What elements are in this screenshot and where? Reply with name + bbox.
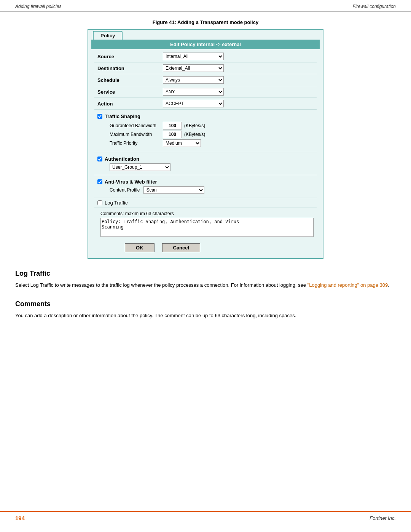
authentication-content: User_Group_1 — [94, 163, 317, 173]
page-content: Figure 41: Adding a Transparent mode pol… — [0, 12, 411, 337]
source-label: Source — [94, 54, 163, 59]
service-select[interactable]: ANY — [163, 88, 224, 96]
log-traffic-heading: Log Traffic — [15, 270, 396, 278]
source-select[interactable]: Internal_All — [163, 53, 224, 60]
guaranteed-bw-input[interactable] — [163, 122, 182, 129]
tab-area: Policy — [88, 30, 323, 40]
traffic-priority-row: Traffic Priority Medium — [110, 139, 317, 147]
dialog-header: Edit Policy internal -> external — [91, 40, 320, 49]
comments-textarea[interactable]: Policy: Traffic Shaping, Authentication,… — [100, 218, 314, 237]
action-control: ACCEPT — [163, 100, 317, 107]
guaranteed-bw-row: Guaranteed Bandwidth (KBytes/s) — [110, 122, 317, 129]
antivirus-content: Content Profile Scan — [94, 186, 317, 195]
max-bw-unit: (KBytes/s) — [184, 132, 205, 137]
max-bw-row: Maximum Bandwidth (KBytes/s) — [110, 131, 317, 138]
schedule-label: Schedule — [94, 77, 163, 83]
action-row: Action ACCEPT — [94, 98, 317, 110]
authentication-checkbox[interactable] — [97, 157, 102, 161]
authentication-header: Authentication — [94, 155, 317, 163]
page-footer: 194 Fortinet Inc. — [0, 511, 411, 524]
action-label: Action — [94, 101, 163, 107]
traffic-shaping-section: Traffic Shaping Guaranteed Bandwidth (KB… — [94, 110, 317, 152]
schedule-row: Schedule Always — [94, 74, 317, 86]
page-number: 194 — [15, 515, 25, 521]
guaranteed-bw-unit: (KBytes/s) — [184, 123, 205, 128]
source-control: Internal_All — [163, 53, 317, 60]
antivirus-checkbox[interactable] — [97, 179, 102, 184]
content-profile-label: Content Profile — [110, 187, 140, 193]
destination-control: External_All — [163, 64, 317, 72]
ok-button[interactable]: OK — [125, 243, 155, 252]
header-left: Adding firewall policies — [15, 4, 61, 9]
log-traffic-label: Log Traffic — [105, 200, 127, 206]
authentication-section: Authentication User_Group_1 — [94, 152, 317, 175]
authentication-select[interactable]: User_Group_1 — [110, 163, 170, 171]
policy-tab[interactable]: Policy — [93, 31, 123, 40]
figure-caption: Figure 41: Adding a Transparent mode pol… — [15, 19, 396, 25]
comments-text: You can add a description or other infor… — [15, 312, 396, 320]
log-traffic-text: Select Log Traffic to write messages to … — [15, 281, 396, 289]
schedule-control: Always — [163, 76, 317, 84]
service-row: Service ANY — [94, 86, 317, 98]
content-profile-select[interactable]: Scan — [143, 186, 204, 194]
traffic-shaping-checkbox[interactable] — [97, 114, 102, 119]
traffic-priority-select[interactable]: Medium — [163, 139, 201, 147]
button-row: OK Cancel — [94, 240, 317, 252]
max-bw-label: Maximum Bandwidth — [110, 132, 163, 137]
company-name: Fortinet Inc. — [370, 515, 396, 521]
action-select[interactable]: ACCEPT — [163, 100, 224, 107]
traffic-shaping-content: Guaranteed Bandwidth (KBytes/s) Maximum … — [94, 122, 317, 150]
service-label: Service — [94, 89, 163, 95]
form-fields: Source Internal_All Destination External… — [88, 51, 323, 252]
schedule-select[interactable]: Always — [163, 76, 224, 84]
header-right: Firewall configuration — [353, 4, 396, 9]
comments-heading: Comments — [15, 300, 396, 308]
traffic-shaping-header: Traffic Shaping — [94, 112, 317, 121]
destination-row: Destination External_All — [94, 62, 317, 74]
cancel-button[interactable]: Cancel — [162, 243, 201, 252]
source-row: Source Internal_All — [94, 51, 317, 62]
antivirus-header: Anti-Virus & Web filter — [94, 177, 317, 186]
antivirus-section: Anti-Virus & Web filter Content Profile … — [94, 175, 317, 198]
traffic-priority-label: Traffic Priority — [110, 141, 163, 146]
traffic-shaping-label: Traffic Shaping — [105, 113, 140, 119]
policy-dialog: Policy Edit Policy internal -> external … — [88, 29, 323, 259]
log-traffic-row: Log Traffic — [94, 198, 317, 208]
logging-link[interactable]: "Logging and reporting" on page 309 — [307, 282, 388, 288]
destination-label: Destination — [94, 66, 163, 71]
destination-select[interactable]: External_All — [163, 64, 224, 72]
comments-label: Comments: maximum 63 characters — [97, 209, 317, 217]
service-control: ANY — [163, 88, 317, 96]
log-traffic-checkbox[interactable] — [97, 200, 102, 205]
page-header: Adding firewall policies Firewall config… — [0, 0, 411, 12]
max-bw-input[interactable] — [163, 131, 182, 138]
authentication-label: Authentication — [105, 156, 139, 162]
comments-section: Comments: maximum 63 characters Policy: … — [94, 208, 317, 240]
antivirus-label: Anti-Virus & Web filter — [105, 179, 157, 185]
guaranteed-bw-label: Guaranteed Bandwidth — [110, 123, 163, 128]
